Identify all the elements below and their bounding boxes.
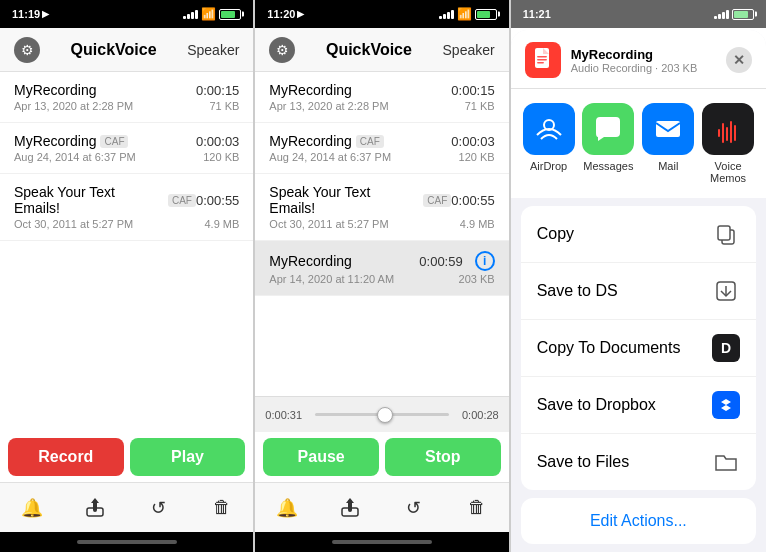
share-file-icon [525, 42, 561, 78]
signal-1 [183, 10, 198, 19]
bell-icon-2[interactable]: 🔔 [275, 496, 299, 520]
rotate-icon-2[interactable]: ↺ [402, 496, 426, 520]
recording-date: Oct 30, 2011 at 5:27 PM [269, 218, 388, 230]
recording-size: 71 KB [209, 100, 239, 112]
home-indicator-1 [0, 532, 253, 552]
rotate-icon[interactable]: ↺ [146, 496, 170, 520]
settings-icon-2[interactable]: ⚙ [269, 37, 295, 63]
voice-memos-item[interactable]: Voice Memos [702, 103, 754, 184]
copy-label: Copy [537, 225, 574, 243]
panel-2: 11:20 ▶ 📶 ⚙ QuickVoice Speaker MyRecordi… [255, 0, 509, 552]
trash-icon[interactable]: 🗑 [210, 496, 234, 520]
recording-duration: 0:00:03 [451, 134, 494, 149]
pause-button[interactable]: Pause [263, 438, 379, 476]
copy-documents-action[interactable]: Copy To Documents D [521, 320, 756, 377]
bell-icon[interactable]: 🔔 [20, 496, 44, 520]
recording-date: Aug 24, 2014 at 6:37 PM [14, 151, 136, 163]
airdrop-item[interactable]: AirDrop [523, 103, 575, 184]
status-right-1: 📶 [183, 7, 241, 21]
bottom-toolbar-2: 🔔 ↺ 🗑 [255, 482, 508, 532]
list-item[interactable]: MyRecording 0:00:15 Apr 13, 2020 at 2:28… [255, 72, 508, 123]
messages-item[interactable]: Messages [582, 103, 634, 184]
svg-rect-18 [718, 226, 730, 240]
battery-1 [219, 9, 241, 20]
app-title-1: QuickVoice [71, 41, 157, 59]
voice-memos-label: Voice Memos [710, 160, 746, 184]
recording-duration: 0:00:15 [196, 83, 239, 98]
share-icon[interactable] [83, 496, 107, 520]
trash-icon-2[interactable]: 🗑 [465, 496, 489, 520]
status-bar-2: 11:20 ▶ 📶 [255, 0, 508, 28]
app-title-2: QuickVoice [326, 41, 412, 59]
bottom-toolbar-1: 🔔 ↺ 🗑 [0, 482, 253, 532]
list-item[interactable]: MyRecording CAF 0:00:03 Aug 24, 2014 at … [0, 123, 253, 174]
svg-rect-12 [718, 129, 720, 137]
progress-track[interactable] [315, 413, 448, 416]
recording-duration-selected: 0:00:59 [419, 254, 462, 269]
voice-memos-icon [702, 103, 754, 155]
recording-name: MyRecording CAF [269, 133, 383, 149]
copy-action[interactable]: Copy [521, 206, 756, 263]
svg-marker-1 [91, 498, 99, 503]
list-item[interactable]: MyRecording 0:00:15 Apr 13, 2020 at 2:28… [0, 72, 253, 123]
save-dropbox-action[interactable]: Save to Dropbox [521, 377, 756, 434]
stop-button[interactable]: Stop [385, 438, 501, 476]
share-info: MyRecording Audio Recording · 203 KB [571, 47, 716, 74]
list-item[interactable]: Speak Your Text Emails! CAF 0:00:55 Oct … [255, 174, 508, 241]
recording-date: Apr 13, 2020 at 2:28 PM [14, 100, 133, 112]
airdrop-icon [523, 103, 575, 155]
recording-size-selected: 203 KB [459, 273, 495, 285]
wifi-1: 📶 [201, 7, 216, 21]
documents-icon: D [712, 334, 740, 362]
record-button[interactable]: Record [8, 438, 124, 476]
share-filename: MyRecording [571, 47, 716, 62]
battery-2 [475, 9, 497, 20]
progress-thumb[interactable] [377, 407, 393, 423]
playback-bar: 0:00:31 0:00:28 [255, 396, 508, 432]
share-actions-list: Copy Save to DS [521, 206, 756, 490]
time-1: 11:19 [12, 8, 40, 20]
recording-list-1: MyRecording 0:00:15 Apr 13, 2020 at 2:28… [0, 72, 253, 432]
remaining-time: 0:00:28 [457, 409, 499, 421]
recording-name: MyRecording [14, 82, 96, 98]
save-ds-icon [712, 277, 740, 305]
recording-list-2: MyRecording 0:00:15 Apr 13, 2020 at 2:28… [255, 72, 508, 396]
recording-date: Apr 13, 2020 at 2:28 PM [269, 100, 388, 112]
share-close-button[interactable]: ✕ [726, 47, 752, 73]
list-item[interactable]: MyRecording CAF 0:00:03 Aug 24, 2014 at … [255, 123, 508, 174]
mail-icon [642, 103, 694, 155]
recording-size: 120 KB [459, 151, 495, 163]
speaker-btn-1[interactable]: Speaker [187, 42, 239, 58]
settings-icon-1[interactable]: ⚙ [14, 37, 40, 63]
recording-duration: 0:00:55 [451, 193, 494, 208]
mail-item[interactable]: Mail [642, 103, 694, 184]
elapsed-time: 0:00:31 [265, 409, 307, 421]
recording-duration: 0:00:03 [196, 134, 239, 149]
recording-name: MyRecording [269, 82, 351, 98]
recording-duration: 0:00:55 [196, 193, 239, 208]
list-item[interactable]: Speak Your Text Emails! CAF 0:00:55 Oct … [0, 174, 253, 241]
recording-size: 71 KB [465, 100, 495, 112]
app-header-1: ⚙ QuickVoice Speaker [0, 28, 253, 72]
edit-actions-btn[interactable]: Edit Actions... [521, 498, 756, 544]
svg-rect-8 [537, 59, 547, 61]
list-item-selected[interactable]: MyRecording 0:00:59 i Apr 14, 2020 at 11… [255, 241, 508, 296]
speaker-btn-2[interactable]: Speaker [443, 42, 495, 58]
info-button[interactable]: i [475, 251, 495, 271]
share-icon-2[interactable] [338, 496, 362, 520]
panel-1: 11:19 ▶ 📶 ⚙ QuickVoice Speaker MyRecordi… [0, 0, 254, 552]
svg-rect-9 [537, 62, 544, 64]
svg-rect-16 [734, 125, 736, 141]
svg-marker-4 [346, 498, 354, 503]
main-controls-2: Pause Stop [255, 432, 508, 482]
save-files-action[interactable]: Save to Files [521, 434, 756, 490]
messages-label: Messages [583, 160, 633, 172]
save-files-label: Save to Files [537, 453, 629, 471]
recording-name: Speak Your Text Emails! CAF [14, 184, 196, 216]
play-button[interactable]: Play [130, 438, 246, 476]
svg-rect-6 [535, 48, 549, 68]
dropbox-icon [712, 391, 740, 419]
recording-duration: 0:00:15 [451, 83, 494, 98]
recording-size: 4.9 MB [460, 218, 495, 230]
save-ds-action[interactable]: Save to DS [521, 263, 756, 320]
